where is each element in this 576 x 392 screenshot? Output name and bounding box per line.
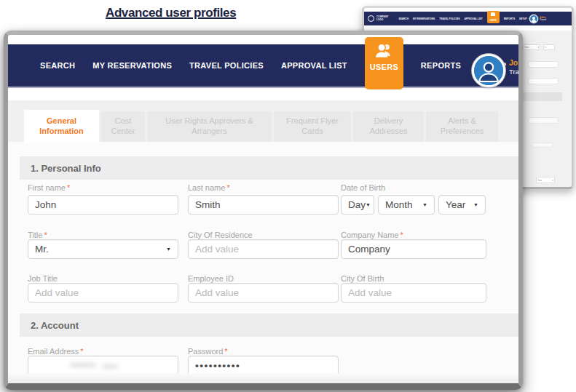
window-bottom-fade	[8, 373, 518, 383]
tab-user-rights-approvers-arrangers[interactable]: User Rights Approvers & Arrangers	[147, 111, 272, 142]
password-label: Password*	[188, 347, 228, 356]
tab-frequent-flyer-cards[interactable]: Frequent Flyer Cards	[274, 111, 351, 142]
mini-user-subtitle: Travel	[540, 19, 546, 22]
mini-nav-search[interactable]: SEARCH	[399, 17, 409, 20]
section-account-title: 2. Account	[31, 320, 79, 331]
mini-nav-approval-list[interactable]: APPROVAL LIST	[464, 17, 482, 20]
nav-approval-list[interactable]: APPROVAL LIST	[281, 61, 347, 70]
required-marker: *	[67, 183, 70, 192]
obscured-email-text	[102, 364, 118, 369]
mini-users-icon	[491, 12, 495, 16]
window-top-strip	[8, 35, 518, 44]
first-name-label: First name*	[28, 183, 70, 192]
nav-users-active[interactable]: USERS	[365, 37, 403, 89]
chevron-down-icon: ▼	[366, 202, 371, 207]
mini-nav-users-active[interactable]: USERS	[487, 11, 500, 23]
mini-nav-reports[interactable]: REPORTS	[504, 17, 515, 20]
required-marker: *	[400, 231, 403, 239]
mini-field-stub	[528, 78, 559, 84]
form-tabs: General Information Cost Center User Rig…	[24, 111, 498, 143]
tab-cost-center[interactable]: Cost Center	[101, 111, 145, 142]
nav-search[interactable]: SEARCH	[40, 61, 75, 70]
nav-travel-policies[interactable]: TRAVEL POLICIES	[189, 61, 264, 70]
section-personal-info-title: 1. Personal Info	[31, 163, 101, 174]
tab-general-information[interactable]: General Information	[24, 110, 99, 143]
tab-alerts-preferences[interactable]: Alerts & Preferences	[426, 111, 498, 142]
mini-nav-my-reservations[interactable]: MY RESERVATIONS	[413, 17, 435, 20]
mini-logo-line2: LOGO	[376, 19, 389, 22]
nav-reports[interactable]: REPORTS	[421, 61, 461, 70]
last-name-input[interactable]	[188, 195, 339, 215]
mini-field-stub	[528, 117, 559, 124]
mini-user-group: John Travel	[529, 15, 546, 23]
required-marker: *	[224, 347, 227, 356]
nav-users-label: USERS	[370, 63, 398, 71]
mini-year-select: Year▾	[523, 44, 540, 50]
city-of-birth-label: City Of Birth	[341, 274, 384, 283]
job-title-label: Job Title	[28, 274, 58, 283]
dob-day-select[interactable]: Day▼	[341, 195, 374, 215]
title-select[interactable]: Mr.▼	[28, 239, 178, 259]
dob-year-select[interactable]: Year▼	[438, 195, 486, 215]
users-icon	[374, 41, 394, 61]
mini-company-logo: COMPANY LOGO	[368, 15, 389, 22]
company-name-label: Company Name*	[341, 231, 403, 239]
employee-id-input[interactable]	[188, 283, 339, 303]
mini-nav-setup[interactable]: SETUP	[519, 17, 527, 20]
first-name-input[interactable]	[28, 195, 178, 215]
employee-id-label: Employee ID	[188, 274, 234, 283]
section-account: 2. Account	[20, 313, 518, 337]
mini-avatar[interactable]	[529, 15, 538, 23]
email-address-label: Email Address*	[28, 347, 84, 356]
mini-navbar: COMPANY LOGO SEARCH MY RESERVATIONS TRAV…	[364, 12, 572, 25]
avatar[interactable]	[472, 54, 505, 87]
last-name-label: Last name*	[188, 183, 230, 192]
password-input[interactable]	[188, 356, 339, 375]
mini-select-stub: ▾	[543, 44, 555, 50]
chevron-down-icon: ▼	[422, 202, 427, 207]
city-of-residence-input[interactable]	[188, 239, 339, 259]
dob-label: Date of Birth	[341, 183, 385, 192]
user-subtitle: Travel	[509, 68, 518, 76]
city-of-residence-label: City Of Residence	[188, 231, 253, 239]
mini-logo-icon	[368, 15, 374, 22]
tab-delivery-addresses[interactable]: Delivery Addresses	[353, 111, 424, 142]
obscured-email-text	[70, 363, 96, 367]
page-title: Advanced user profiles	[106, 6, 236, 20]
user-text: John Travel	[509, 58, 518, 76]
section-personal-info: 1. Personal Info	[20, 156, 518, 180]
dob-month-select[interactable]: Month▼	[378, 195, 435, 215]
chevron-down-icon: ▼	[166, 247, 171, 252]
company-name-input[interactable]	[341, 239, 486, 259]
mini-nav-travel-policies[interactable]: TRAVEL POLICIES	[439, 17, 459, 20]
email-field-wrapper	[28, 356, 178, 375]
main-navbar: SEARCH MY RESERVATIONS TRAVEL POLICIES A…	[8, 44, 518, 88]
required-marker: *	[80, 347, 83, 356]
city-of-birth-input[interactable]	[341, 283, 486, 303]
mini-field-stub	[532, 143, 553, 148]
nav-my-reservations[interactable]: MY RESERVATIONS	[92, 61, 172, 70]
mini-year-select: Year▾	[536, 177, 555, 183]
sub-nav-strip	[8, 89, 518, 100]
mini-users-label: USERS	[490, 20, 497, 22]
mini-nav-items: SEARCH MY RESERVATIONS TRAVEL POLICIES A…	[399, 15, 527, 23]
user-name: John	[509, 58, 518, 68]
title-label: Title*	[28, 231, 47, 239]
required-marker: *	[226, 183, 229, 192]
mini-field-stub	[528, 61, 559, 68]
job-title-input[interactable]	[28, 283, 178, 303]
mini-sub-strip	[364, 25, 572, 31]
required-marker: *	[44, 231, 47, 239]
chevron-down-icon: ▼	[473, 202, 478, 207]
main-app-window: SEARCH MY RESERVATIONS TRAVEL POLICIES A…	[4, 31, 523, 390]
